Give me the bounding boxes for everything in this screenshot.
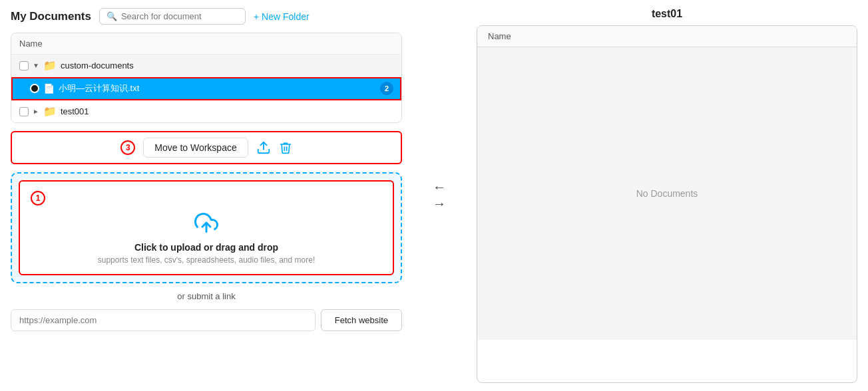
new-folder-button[interactable]: + New Folder [254,11,310,22]
new-folder-label: New Folder [262,11,310,22]
arrows-icon: ← → [433,180,446,211]
chevron-right-icon: ► [33,108,39,115]
file-icon: 📄 [43,83,55,94]
right-table-body: No Documents [477,47,857,340]
upload-button[interactable] [256,140,271,155]
upload-title: Click to upload or drag and drop [134,242,278,253]
url-input[interactable] [11,309,316,331]
upload-inner[interactable]: 1 Click to upload or drag and drop suppo… [19,180,394,275]
action-bar: 3 Move to Workspace [11,131,402,164]
fetch-website-button[interactable]: Fetch website [321,309,402,331]
page-title: My Documents [11,10,91,23]
upload-icon [256,140,271,155]
tree-row-test001[interactable]: ► 📁 test001 [11,100,401,122]
file-tree-header: Name [11,33,401,55]
upload-area[interactable]: 1 Click to upload or drag and drop suppo… [11,172,402,283]
transfer-arrows: ← → [413,0,466,391]
step-1-badge: 1 [31,191,45,205]
url-bar: Fetch website [11,309,402,331]
cloud-upload-icon [194,211,218,239]
right-panel-title: test01 [477,8,857,20]
right-arrow: → [433,196,446,211]
radio-selected-icon[interactable] [30,84,39,93]
checkbox-test001[interactable] [19,107,29,116]
right-table-header: Name [477,26,857,47]
folder-icon: 📁 [43,59,57,72]
tree-row-file[interactable]: 📄 小明—云计算知识.txt 2 [11,77,401,100]
search-box[interactable]: 🔍 [99,8,246,25]
upload-subtitle: supports text files, csv's, spreadsheets… [98,255,315,265]
tree-row-custom-documents[interactable]: ▼ 📁 custom-documents [11,55,401,77]
no-documents-label: No Documents [636,188,698,199]
file-tree-body: ▼ 📁 custom-documents 📄 小明—云计算知识.txt 2 ► … [11,55,401,122]
move-to-workspace-button[interactable]: Move to Workspace [143,138,248,158]
file-tree: Name ▼ 📁 custom-documents 📄 小明—云计算知识.txt… [11,33,402,123]
folder-label-2: test001 [61,106,393,116]
left-header: My Documents 🔍 + New Folder [11,8,402,25]
plus-icon: + [254,11,259,22]
delete-button[interactable] [279,141,292,154]
left-arrow: ← [433,180,446,195]
right-panel: test01 Name No Documents [466,0,868,391]
folder-icon-2: 📁 [43,105,57,118]
or-link-text: or submit a link [11,291,402,301]
step-2-badge: 2 [380,82,393,95]
search-input[interactable] [121,11,238,21]
search-icon: 🔍 [107,11,117,21]
step-3-badge: 3 [120,140,135,155]
trash-icon [279,141,292,154]
left-panel: My Documents 🔍 + New Folder Name ▼ 📁 cus… [0,0,413,391]
chevron-down-icon: ▼ [33,62,39,69]
folder-label: custom-documents [61,61,393,70]
checkbox-custom-documents[interactable] [19,61,29,70]
file-label: 小明—云计算知识.txt [59,82,376,94]
right-table: Name No Documents [477,25,857,383]
